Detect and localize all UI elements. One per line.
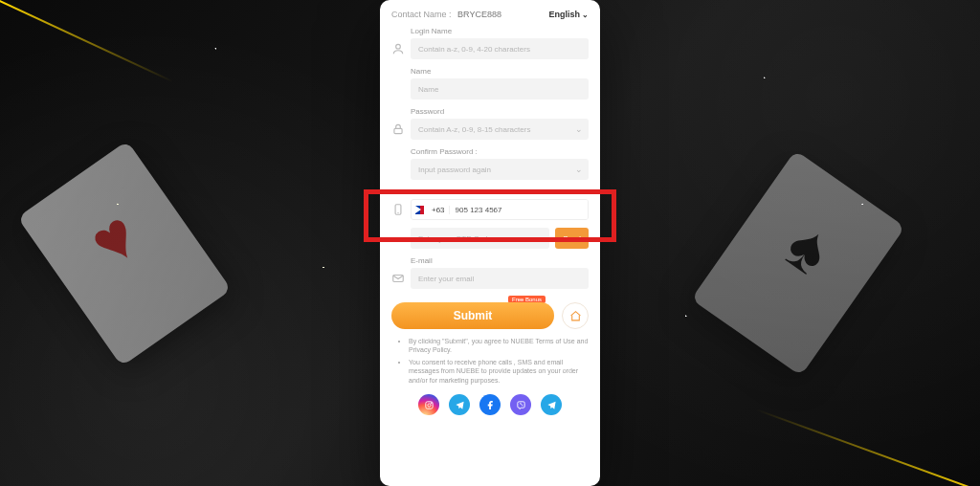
viber-icon: [516, 400, 526, 410]
telegram-button[interactable]: [449, 394, 470, 415]
contact-name-line: Contact Name : BRYCE888: [391, 10, 501, 19]
registration-modal: Contact Name : BRYCE888 English ⌄ Login …: [380, 0, 600, 486]
login-name-label: Login Name: [411, 27, 589, 35]
phone-group: Phone Number +63: [411, 188, 589, 220]
chevron-down-icon: ⌄: [582, 11, 589, 19]
telegram-icon: [546, 400, 557, 410]
password-input[interactable]: [411, 119, 589, 140]
name-label: Name: [411, 67, 589, 76]
email-input[interactable]: [411, 268, 589, 289]
phone-icon: [391, 203, 405, 216]
eye-icon[interactable]: ⌄: [575, 165, 583, 174]
name-input[interactable]: [411, 78, 589, 99]
modal-header: Contact Name : BRYCE888 English ⌄: [391, 10, 589, 19]
terms-list: By clicking "Submit", you agree to NUEBE…: [391, 337, 589, 385]
password-label: Password: [411, 107, 589, 116]
instagram-button[interactable]: [418, 394, 439, 415]
terms-item-2: You consent to receive phone calls , SMS…: [409, 358, 589, 385]
phone-input[interactable]: [454, 200, 588, 219]
confirm-password-label: Confirm Password :: [411, 147, 589, 156]
eye-icon[interactable]: ⌄: [575, 124, 583, 134]
facebook-icon: [485, 400, 496, 410]
email-label: E-mail: [411, 256, 589, 265]
home-button[interactable]: [562, 302, 589, 329]
login-name-group: Login Name: [411, 27, 589, 59]
contact-value: BRYCE888: [457, 10, 501, 19]
confirm-password-input[interactable]: [411, 159, 589, 180]
otp-group: Send: [411, 228, 589, 249]
email-group: E-mail: [411, 256, 589, 289]
login-name-input[interactable]: [411, 38, 589, 59]
contact-label: Contact Name :: [391, 10, 452, 19]
terms-item-1: By clicking "Submit", you agree to NUEBE…: [409, 337, 589, 355]
language-label: English: [548, 10, 580, 19]
mail-icon: [391, 272, 405, 285]
flag-ph-icon[interactable]: [415, 206, 429, 214]
telegram-button-2[interactable]: [541, 394, 562, 415]
otp-input[interactable]: [411, 228, 549, 249]
viber-button[interactable]: [510, 394, 531, 415]
svg-rect-1: [394, 128, 402, 133]
svg-point-0: [396, 44, 401, 49]
telegram-icon: [455, 400, 465, 410]
submit-button[interactable]: Submit: [391, 302, 554, 329]
submit-row: Free Bonus Submit: [391, 302, 589, 329]
social-row: [391, 394, 589, 415]
instagram-icon: [424, 400, 434, 410]
confirm-password-group: Confirm Password : ⌄: [411, 147, 589, 180]
name-group: Name: [411, 67, 589, 99]
phone-label: Phone Number: [411, 188, 589, 196]
facebook-button[interactable]: [479, 394, 501, 415]
language-selector[interactable]: English ⌄: [548, 10, 589, 19]
lock-icon: [391, 122, 405, 136]
country-code[interactable]: +63: [432, 206, 450, 214]
user-icon: [391, 42, 405, 55]
send-otp-button[interactable]: Send: [555, 228, 589, 249]
svg-point-6: [427, 404, 430, 407]
svg-point-7: [431, 402, 432, 403]
password-group: Password ⌄: [411, 107, 589, 140]
home-icon: [569, 310, 582, 322]
